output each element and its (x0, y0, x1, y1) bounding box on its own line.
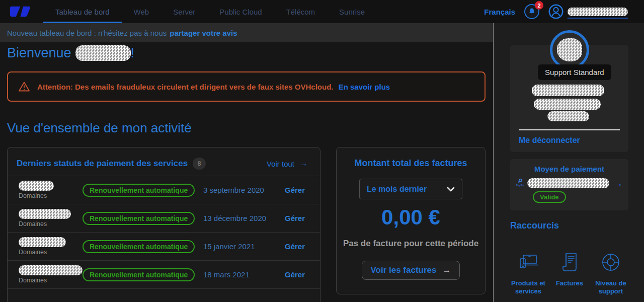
service-row: Domaines Renouvellement automatique 3 se… (8, 176, 320, 204)
language-selector[interactable]: Français (484, 8, 515, 16)
services-card-header: Derniers statuts de paiement des service… (8, 147, 320, 176)
services-count-badge: 8 (193, 158, 206, 170)
service-category: Domaines (19, 277, 83, 284)
view-all-link[interactable]: Voir tout → (267, 159, 308, 169)
account-sidebar: Me déconnecter Support Standard Moyen de… (493, 23, 644, 302)
support-level-avatar[interactable] (550, 30, 589, 69)
account-menu[interactable] (548, 4, 628, 19)
row-divider (8, 288, 320, 289)
user-email-redacted (534, 99, 601, 110)
manage-service-link[interactable]: Gérer (285, 214, 320, 222)
devices-icon (517, 252, 539, 272)
service-name-redacted (19, 265, 83, 275)
warning-text-wrap: Attention: Des emails frauduleux circule… (37, 83, 390, 91)
nav-tab-label: Web (134, 8, 149, 16)
payment-method-redacted (527, 178, 609, 188)
invoices-total-card: Montant total des factures Le mois derni… (336, 147, 486, 294)
nav-tab-label: Server (173, 8, 195, 16)
invoice-icon (561, 252, 578, 272)
service-identity: Domaines (19, 209, 83, 228)
paypal-word: PayPal (516, 184, 524, 187)
view-invoices-button[interactable]: Voir les factures → (362, 261, 459, 280)
shortcut-label: Produits et services (508, 279, 549, 296)
invoices-total-amount: 0,00 € (381, 205, 440, 230)
service-name-redacted (19, 181, 54, 191)
service-identity: Domaines (19, 265, 83, 284)
warning-learn-more-link[interactable]: En savoir plus (339, 83, 390, 91)
invoices-card-title: Montant total des factures (354, 158, 467, 169)
user-icon (548, 4, 564, 19)
manage-service-link[interactable]: Gérer (285, 270, 320, 279)
payment-method-title: Moyen de paiement (510, 165, 628, 173)
notifications-button[interactable]: 2 (524, 4, 539, 19)
service-renewal-date: 3 septembre 2020 (201, 186, 285, 194)
service-renewal-date: 15 janvier 2021 (201, 242, 285, 251)
nav-tab-label: Public Cloud (219, 8, 262, 16)
nav-tab-sunrise[interactable]: Sunrise (327, 0, 377, 23)
shortcut-label: Niveau de support (590, 279, 631, 296)
service-identity: Domaines (19, 181, 83, 199)
arrow-right-icon: → (299, 159, 308, 169)
overview-section-title: Vue d'ensemble de mon activité (7, 120, 192, 136)
service-row: Domaines Renouvellement automatique 15 j… (8, 232, 320, 260)
logout-link[interactable]: Me déconnecter (519, 136, 580, 145)
banner-feedback-link[interactable]: partager votre avis (170, 29, 237, 37)
nav-tab-label: Tableau de bord (55, 8, 110, 16)
service-category: Domaines (19, 220, 83, 228)
arrow-right-icon: → (443, 265, 451, 275)
shortcut-invoices[interactable]: Factures (549, 252, 590, 296)
manage-service-link[interactable]: Gérer (285, 242, 320, 251)
new-dashboard-banner: Nouveau tableau de bord : n'hésitez pas … (0, 23, 493, 42)
shortcuts-title: Raccourcis (510, 220, 559, 231)
no-invoice-message: Pas de facture pour cette période (343, 239, 478, 249)
welcome-suffix: ! (131, 45, 135, 61)
payment-method-row: P PayPal → (516, 178, 623, 188)
payment-arrow-link[interactable]: → (612, 179, 623, 188)
services-payment-status-card: Derniers statuts de paiement des service… (7, 147, 320, 302)
nav-tab-label: Sunrise (339, 8, 365, 16)
nav-tab-web[interactable]: Web (122, 0, 162, 23)
service-category: Domaines (19, 192, 83, 199)
shortcut-support-level[interactable]: Niveau de support (590, 252, 631, 296)
period-selected-value: Le mois dernier (367, 185, 427, 194)
main-nav: Tableau de bord Web Server Public Cloud … (43, 0, 377, 23)
service-renewal-date: 18 mars 2021 (201, 270, 285, 279)
warning-triangle-icon (18, 81, 30, 92)
paypal-p-glyph: P (518, 179, 522, 184)
welcome-prefix: Bienvenue (7, 45, 71, 61)
shortcuts-row: Produits et services Factures (508, 252, 631, 296)
topbar-right-controls: Français 2 (484, 4, 644, 19)
renewal-status-badge: Renouvellement automatique (83, 240, 195, 253)
service-renewal-date: 13 décembre 2020 (201, 214, 285, 222)
ovh-logo-icon[interactable] (9, 4, 33, 19)
welcome-name-redacted (75, 45, 131, 61)
warning-text: Attention: Des emails frauduleux circule… (37, 83, 333, 91)
service-row: Domaines Renouvellement automatique 13 d… (8, 204, 320, 232)
manage-service-link[interactable]: Gérer (285, 186, 320, 194)
renewal-status-badge: Renouvellement automatique (83, 184, 195, 197)
notification-count-badge: 2 (535, 1, 543, 10)
payment-valid-badge: Valide (533, 191, 566, 203)
nav-tab-telecom[interactable]: Télécom (274, 0, 328, 23)
service-name-redacted (19, 237, 66, 247)
phishing-warning-alert: Attention: Des emails frauduleux circule… (7, 71, 486, 102)
period-select[interactable]: Le mois dernier (359, 179, 462, 199)
nav-tab-server[interactable]: Server (161, 0, 207, 23)
payment-method-card: Moyen de paiement P PayPal → Valide (510, 159, 628, 210)
renewal-status-badge: Renouvellement automatique (83, 268, 195, 281)
view-invoices-label: Voir les factures (370, 265, 436, 275)
account-name-redacted (568, 8, 628, 16)
support-level-tooltip: Support Standard (538, 64, 611, 80)
top-navigation-bar: Tableau de bord Web Server Public Cloud … (0, 0, 644, 23)
service-row: Domaines Renouvellement automatique 18 m… (8, 260, 320, 288)
nav-tab-public-cloud[interactable]: Public Cloud (207, 0, 274, 23)
nav-tab-tableau-de-bord[interactable]: Tableau de bord (43, 0, 122, 23)
card-divider (519, 129, 620, 130)
service-name-redacted (19, 209, 71, 219)
view-all-label: Voir tout (267, 160, 294, 168)
chevron-down-icon (447, 187, 455, 192)
banner-text: Nouveau tableau de bord : n'hésitez pas … (7, 29, 167, 37)
shortcut-products-services[interactable]: Produits et services (508, 252, 549, 296)
lifebuoy-icon (601, 252, 621, 272)
renewal-status-badge: Renouvellement automatique (83, 212, 195, 225)
